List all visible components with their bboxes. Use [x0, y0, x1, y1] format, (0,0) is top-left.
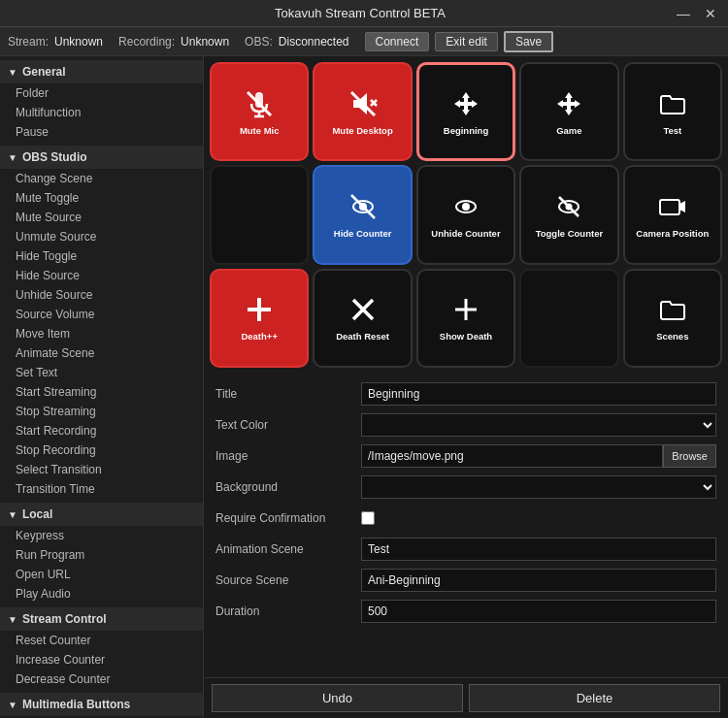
sidebar-item-pause[interactable]: Pause: [0, 122, 203, 142]
btn-game-label: Game: [554, 125, 583, 136]
browse-button[interactable]: Browse: [663, 444, 716, 468]
sidebar-item-open-url[interactable]: Open URL: [0, 565, 203, 584]
mic-slash-icon: [244, 88, 275, 123]
sidebar-item-transition-time[interactable]: Transition Time: [0, 479, 203, 499]
btn-scenes[interactable]: Scenes: [623, 269, 722, 368]
btn-unhide-counter-label: Unhide Counter: [429, 228, 502, 239]
sidebar-item-set-text[interactable]: Set Text: [0, 363, 203, 382]
prop-animation-scene-row: Animation Scene: [215, 537, 716, 562]
sidebar-item-animate-scene[interactable]: Animate Scene: [0, 343, 203, 363]
svg-rect-1: [255, 92, 263, 108]
btn-mute-desktop[interactable]: Mute Desktop: [313, 62, 412, 161]
sidebar-item-mute-toggle[interactable]: Mute Toggle: [0, 188, 203, 208]
prop-animation-scene-input[interactable]: [361, 538, 716, 561]
prop-image-label: Image: [215, 449, 361, 463]
sidebar-item-mute-source[interactable]: Mute Source: [0, 208, 203, 227]
prop-image-input-group: Browse: [361, 444, 716, 468]
prop-animation-scene-label: Animation Scene: [215, 542, 361, 556]
sidebar-item-unhide-source[interactable]: Unhide Source: [0, 285, 203, 305]
delete-button[interactable]: Delete: [469, 684, 720, 712]
sidebar-item-start-streaming[interactable]: Start Streaming: [0, 382, 203, 402]
sidebar-item-run-program[interactable]: Run Program: [0, 545, 203, 565]
general-label: General: [22, 65, 66, 79]
btn-toggle-counter-label: Toggle Counter: [534, 228, 605, 239]
sidebar-section-streamcontrol[interactable]: ▼ Stream Control: [0, 607, 203, 631]
sidebar-item-folder[interactable]: Folder: [0, 83, 203, 103]
exit-edit-button[interactable]: Exit edit: [435, 32, 498, 51]
sidebar-section-general[interactable]: ▼ General: [0, 60, 203, 83]
btn-unhide-counter[interactable]: Unhide Counter: [416, 165, 515, 264]
btn-death-plus[interactable]: Death++: [210, 269, 309, 368]
svg-point-12: [359, 203, 367, 211]
local-arrow: ▼: [8, 509, 17, 520]
svg-rect-18: [660, 200, 679, 214]
btn-death-plus-label: Death++: [239, 331, 280, 342]
prop-require-confirm-checkbox[interactable]: [361, 511, 375, 525]
main-layout: ▼ General Folder Multifunction Pause ▼ O…: [0, 56, 728, 718]
sidebar-item-stop-streaming[interactable]: Stop Streaming: [0, 402, 203, 421]
btn-camera-position[interactable]: Camera Position: [623, 165, 722, 264]
sidebar-item-stop-recording[interactable]: Stop Recording: [0, 441, 203, 460]
button-grid: Mute Mic Mute Desktop: [204, 56, 728, 374]
btn-death-reset[interactable]: Death Reset: [313, 269, 412, 368]
prop-source-scene-input[interactable]: [361, 569, 716, 592]
eye-slash-icon: [347, 191, 379, 226]
plus-outline-icon: [450, 294, 481, 329]
app-title: Tokavuh Stream Control BETA: [47, 6, 674, 20]
streamcontrol-label: Stream Control: [22, 612, 107, 626]
svg-rect-21: [248, 308, 271, 311]
svg-marker-8: [454, 92, 478, 115]
btn-death-reset-label: Death Reset: [334, 331, 391, 342]
connect-button[interactable]: Connect: [365, 32, 430, 51]
sidebar-item-increase-counter[interactable]: Increase Counter: [0, 650, 203, 669]
folder2-icon: [657, 294, 688, 329]
btn-test[interactable]: Test: [623, 62, 722, 161]
sidebar-item-hide-toggle[interactable]: Hide Toggle: [0, 246, 203, 266]
sidebar-item-reset-counter[interactable]: Reset Counter: [0, 631, 203, 650]
plus-icon: [244, 294, 275, 329]
general-arrow: ▼: [8, 67, 17, 78]
sidebar-item-keypress[interactable]: Keypress: [0, 526, 203, 545]
save-button[interactable]: Save: [504, 31, 553, 52]
btn-empty2[interactable]: [519, 269, 618, 368]
prop-background-select[interactable]: [361, 475, 716, 499]
btn-toggle-counter[interactable]: Toggle Counter: [519, 165, 618, 264]
btn-hide-counter[interactable]: Hide Counter: [313, 165, 412, 264]
sidebar-item-multifunction[interactable]: Multifunction: [0, 103, 203, 122]
right-panel: Mute Mic Mute Desktop: [204, 56, 728, 718]
prop-text-color-select[interactable]: [361, 413, 716, 437]
undo-button[interactable]: Undo: [212, 684, 463, 712]
sidebar-item-play-audio[interactable]: Play Audio: [0, 584, 203, 604]
sidebar-item-start-recording[interactable]: Start Recording: [0, 421, 203, 441]
sidebar-item-move-item[interactable]: Move Item: [0, 324, 203, 343]
btn-beginning[interactable]: Beginning: [416, 62, 515, 161]
btn-game[interactable]: Game: [519, 62, 618, 161]
btn-camera-position-label: Camera Position: [634, 228, 711, 239]
speaker-slash-icon: [347, 88, 379, 123]
btn-mute-mic[interactable]: Mute Mic: [210, 62, 309, 161]
prop-duration-label: Duration: [215, 604, 361, 618]
eye-slash2-icon: [553, 191, 584, 226]
sidebar-item-select-transition[interactable]: Select Transition: [0, 460, 203, 479]
svg-marker-9: [557, 92, 580, 115]
sidebar-item-source-volume[interactable]: Source Volume: [0, 305, 203, 324]
sidebar-item-unmute-source[interactable]: Unmute Source: [0, 227, 203, 246]
btn-empty1[interactable]: [210, 165, 309, 264]
stream-value: Unknown: [54, 35, 103, 49]
obs-label: OBS:: [245, 35, 273, 49]
prop-image-input[interactable]: [361, 444, 663, 468]
sidebar-item-decrease-counter[interactable]: Decrease Counter: [0, 669, 203, 689]
prop-image-row: Image Browse: [215, 443, 716, 469]
btn-show-death[interactable]: Show Death: [416, 269, 515, 368]
sidebar-item-hide-source[interactable]: Hide Source: [0, 266, 203, 285]
close-button[interactable]: ✕: [701, 6, 720, 21]
sidebar-section-obs[interactable]: ▼ OBS Studio: [0, 146, 203, 169]
sidebar-section-local[interactable]: ▼ Local: [0, 503, 203, 526]
prop-title-input[interactable]: [361, 382, 716, 406]
prop-background-label: Background: [215, 480, 361, 494]
prop-text-color-row: Text Color: [215, 412, 716, 438]
sidebar-section-multimedia[interactable]: ▼ Multimedia Buttons: [0, 693, 203, 716]
prop-duration-input[interactable]: [361, 600, 716, 623]
minimize-button[interactable]: —: [674, 6, 693, 21]
sidebar-item-change-scene[interactable]: Change Scene: [0, 169, 203, 188]
